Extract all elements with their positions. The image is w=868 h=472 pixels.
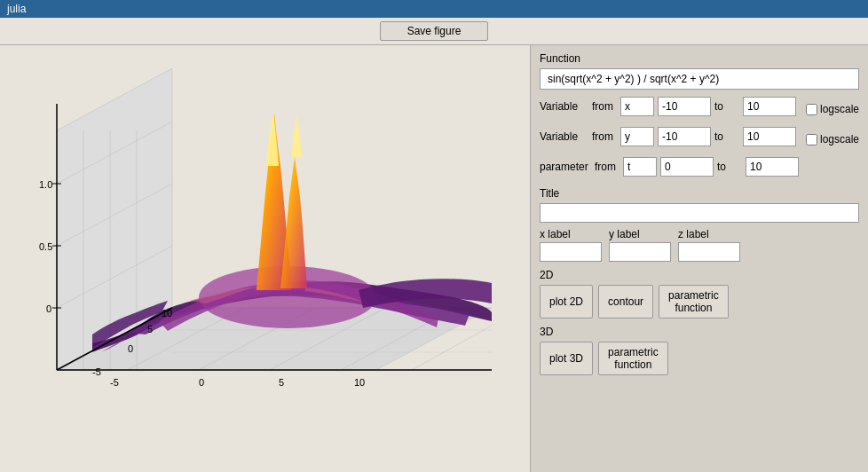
var-x-name-input[interactable] [620,97,654,116]
var-y-name-input[interactable] [620,127,654,146]
var-y-from-label: from [592,130,617,143]
svg-text:0: 0 [128,343,133,354]
var-x-from-input[interactable] [658,97,711,116]
function-label: Function [540,52,859,65]
parametric-3d-button[interactable]: parametric function [598,342,668,375]
param-from-label: from [595,161,619,173]
xlabel-input[interactable] [540,242,602,262]
2d-btn-row: plot 2D contour parametric function [540,285,859,319]
right-panel: Function sin(sqrt(x^2 + y^2) ) / sqrt(x^… [531,45,868,472]
zlabel-group: z label [678,228,740,262]
ylabel-input[interactable] [609,242,671,262]
title-section-label: Title [540,187,859,200]
param-to-label: to [717,161,742,173]
3d-label: 3D [540,326,859,338]
logscale-x-label: logscale [820,103,859,115]
variable-y-row: Variable from to logscale [540,127,859,152]
logscale-y-row: logscale [806,133,859,146]
variable-x-row: Variable from to logscale [540,97,859,122]
ylabel-group: y label [609,228,671,262]
3d-btn-row: plot 3D parametric function [540,342,859,375]
logscale-x-checkbox[interactable] [806,104,817,115]
function-display: sin(sqrt(x^2 + y^2) ) / sqrt(x^2 + y^2) [540,68,859,90]
section-2d: 2D plot 2D contour parametric function [540,269,859,319]
var-x-from-label: from [592,100,617,113]
logscale-x-row: logscale [806,103,859,115]
parameter-row: parameter from to [540,157,859,182]
svg-text:0.5: 0.5 [39,241,52,252]
svg-text:0: 0 [46,303,51,314]
logscale-y-checkbox[interactable] [806,134,817,146]
title-bar: julia [0,0,868,18]
ylabel-label: y label [609,228,671,240]
function-section: Function sin(sqrt(x^2 + y^2) ) / sqrt(x^… [540,52,859,90]
xlabel-label: x label [540,228,602,240]
svg-text:1.0: 1.0 [39,179,52,190]
save-figure-button[interactable]: Save figure [380,21,489,41]
param-to-input[interactable] [746,157,799,177]
svg-text:10: 10 [162,308,172,319]
zlabel-label: z label [678,228,740,240]
var-y-to-label: to [714,130,739,143]
title-section: Title [540,187,859,223]
logscale-y-label: logscale [820,133,859,146]
svg-text:-5: -5 [92,366,101,377]
zlabel-input[interactable] [678,242,740,262]
var-x-to-label: to [714,100,739,113]
app-title: julia [7,3,26,15]
var-x-label: Variable [540,100,588,113]
plot-3d-button[interactable]: plot 3D [540,342,593,375]
param-from-input[interactable] [660,157,714,177]
xlabel-group: x label [540,228,602,262]
toolbar: Save figure [0,18,868,45]
var-y-to-input[interactable] [743,127,796,146]
plot-svg: 1.0 0.5 0 -5 0 5 10 -5 0 5 10 [12,59,518,459]
svg-text:10: 10 [354,377,365,388]
labels-section: x label y label z label [540,228,859,262]
title-input[interactable] [540,203,859,223]
contour-button[interactable]: contour [598,285,653,319]
var-y-from-input[interactable] [658,127,711,146]
plot-area: 1.0 0.5 0 -5 0 5 10 -5 0 5 10 [0,45,531,472]
var-x-to-input[interactable] [743,97,796,116]
param-label: parameter [540,161,591,173]
svg-text:0: 0 [199,377,204,388]
2d-label: 2D [540,269,859,281]
section-3d: 3D plot 3D parametric function [540,326,859,375]
plot-2d-button[interactable]: plot 2D [540,285,593,319]
var-y-label: Variable [540,130,588,143]
main-content: 1.0 0.5 0 -5 0 5 10 -5 0 5 10 Function s… [0,45,868,472]
parametric-2d-button[interactable]: parametric function [659,285,729,319]
param-name-input[interactable] [623,157,657,177]
svg-text:5: 5 [279,377,284,388]
svg-text:-5: -5 [110,377,119,388]
svg-text:5: 5 [147,324,153,334]
